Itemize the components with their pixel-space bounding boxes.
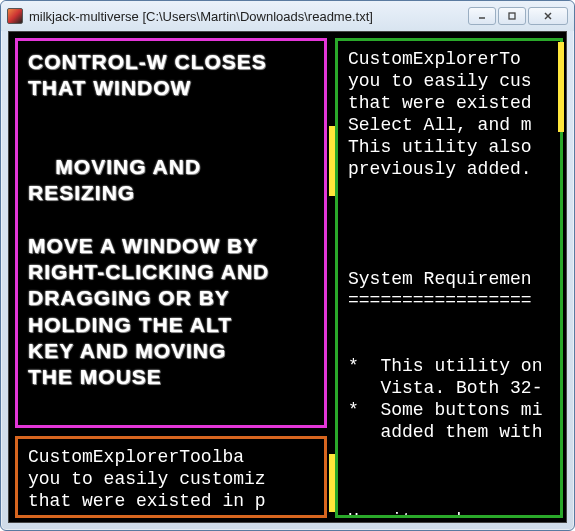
scroll-indicator[interactable] <box>329 126 335 196</box>
maximize-button[interactable] <box>498 7 526 25</box>
app-icon <box>7 8 23 24</box>
window-title: milkjack-multiverse [C:\Users\Martin\Dow… <box>29 9 468 24</box>
minimize-button[interactable] <box>468 7 496 25</box>
titlebar[interactable]: milkjack-multiverse [C:\Users\Martin\Dow… <box>1 1 574 31</box>
window-controls <box>468 7 568 25</box>
pane-top-left-text: Control-W closes that window Moving and … <box>18 41 324 398</box>
pane-top-left[interactable]: Control-W closes that window Moving and … <box>15 38 327 428</box>
scroll-indicator[interactable] <box>329 454 335 512</box>
close-button[interactable] <box>528 7 568 25</box>
client-area: Control-W closes that window Moving and … <box>8 31 567 523</box>
svg-rect-1 <box>509 13 515 19</box>
app-window: milkjack-multiverse [C:\Users\Martin\Dow… <box>0 0 575 531</box>
pane-right[interactable]: CustomExplorerTo you to easily cus that … <box>335 38 563 518</box>
pane-right-text: CustomExplorerTo you to easily cus that … <box>338 41 560 518</box>
pane-bottom-left-text: CustomExplorerToolba you to easily custo… <box>18 439 324 518</box>
pane-bottom-left[interactable]: CustomExplorerToolba you to easily custo… <box>15 436 327 518</box>
scroll-indicator[interactable] <box>558 42 564 132</box>
